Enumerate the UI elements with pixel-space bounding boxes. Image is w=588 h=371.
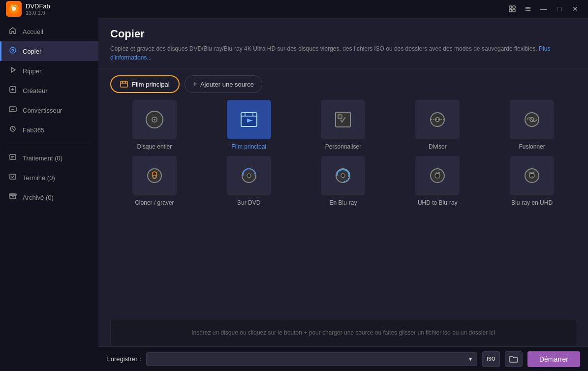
sidebar-label-createur: Créateur xyxy=(23,87,48,94)
sidebar-label-accueil: Accueil xyxy=(23,28,43,35)
titlebar-left: DVD DVDFab 13.0.1.9 xyxy=(6,1,50,17)
sidebar-item-accueil[interactable]: Accueil xyxy=(0,22,98,41)
svg-rect-6 xyxy=(513,9,515,12)
start-button[interactable]: Démarrer xyxy=(527,351,580,367)
svg-rect-26 xyxy=(121,81,127,87)
film-principal-button[interactable]: Film principal xyxy=(110,75,180,93)
mode-item-en-blu-ray[interactable]: En Blu-ray xyxy=(299,156,388,206)
content-area: Copier Copiez et gravez des disques DVD/… xyxy=(98,18,588,371)
sidebar-label-copier: Copier xyxy=(23,48,41,55)
sidebar-label-traitement: Traitement (0) xyxy=(23,155,62,162)
sidebar-item-archive[interactable]: Archivé (0) xyxy=(0,187,98,207)
svg-text:DVD: DVD xyxy=(11,5,17,8)
mode-item-disque-entier[interactable]: Disque entier xyxy=(110,100,199,150)
drop-zone: Insérez un disque ou cliquez sur le bout… xyxy=(110,319,576,346)
main-layout: Accueil Copier Ripper xyxy=(0,18,588,371)
sidebar-item-termine[interactable]: Terminé (0) xyxy=(0,168,98,187)
cloner-graver-icon-box xyxy=(132,156,177,195)
personnaliser-icon-box xyxy=(321,100,365,139)
home-icon xyxy=(8,27,18,36)
sidebar: Accueil Copier Ripper xyxy=(0,18,98,371)
film-principal-mode-label: Film principal xyxy=(231,143,266,150)
svg-text:UHD: UHD xyxy=(435,172,440,175)
svg-point-48 xyxy=(247,174,251,178)
mode-grid-row2: Cloner / graver Sur DVD xyxy=(110,156,576,212)
uhd-to-blu-ray-icon-box: UHD xyxy=(415,156,460,195)
mode-item-film-principal[interactable]: Film principal xyxy=(205,100,293,150)
fusionner-label: Fusionner xyxy=(519,143,545,150)
sidebar-item-ripper[interactable]: Ripper xyxy=(0,61,98,81)
add-source-button[interactable]: + Ajouter une source xyxy=(185,75,262,93)
disque-entier-label: Disque entier xyxy=(137,143,172,150)
drop-zone-text: Insérez un disque ou cliquez sur le bout… xyxy=(191,329,495,336)
mode-item-blu-ray-uhd[interactable]: UHD 4K Blu-ray en UHD xyxy=(488,156,576,206)
archive-icon xyxy=(8,192,18,202)
titlebar: DVD DVDFab 13.0.1.9 — □ ✕ xyxy=(0,0,588,18)
ripper-icon xyxy=(8,66,18,76)
sidebar-item-createur[interactable]: Créateur xyxy=(0,81,98,100)
folder-button[interactable] xyxy=(505,351,523,367)
app-name: DVDFab xyxy=(26,2,50,10)
mode-item-personnaliser[interactable]: Personnaliser xyxy=(299,100,388,150)
sidebar-label-termine: Terminé (0) xyxy=(23,174,55,182)
mode-item-diviser[interactable]: Diviser xyxy=(393,100,482,150)
mode-selector: Film principal + Ajouter une source xyxy=(98,68,588,100)
chevron-down-icon: ▾ xyxy=(469,356,472,363)
svg-rect-5 xyxy=(509,9,512,12)
diviser-label: Diviser xyxy=(429,143,447,150)
svg-point-32 xyxy=(154,119,155,121)
add-source-label: Ajouter une source xyxy=(200,81,254,88)
page-title: Copier xyxy=(110,28,576,40)
sidebar-item-traitement[interactable]: Traitement (0) xyxy=(0,148,98,168)
diviser-icon-box xyxy=(415,100,460,139)
close-button[interactable]: ✕ xyxy=(568,3,582,15)
page-description: Copiez et gravez des disques DVD/Blu-ray… xyxy=(110,44,576,62)
svg-text:4K: 4K xyxy=(531,176,533,178)
start-label: Démarrer xyxy=(539,355,568,363)
svg-point-11 xyxy=(12,49,14,51)
mode-grid-area: Disque entier Film principal xyxy=(98,100,588,319)
extensions-button[interactable] xyxy=(505,3,519,15)
sidebar-item-copier[interactable]: Copier xyxy=(0,41,98,61)
app-logo: DVD xyxy=(6,1,22,17)
sidebar-item-convertisseur[interactable]: Convertisseur xyxy=(0,100,98,120)
mode-item-fusionner[interactable]: Fusionner xyxy=(488,100,576,150)
termine-icon xyxy=(8,173,18,183)
sidebar-item-fab365[interactable]: Fab365 xyxy=(0,120,98,140)
personnaliser-label: Personnaliser xyxy=(325,143,361,150)
mode-item-uhd-to-blu-ray[interactable]: UHD UHD to Blu-ray xyxy=(393,156,482,206)
svg-rect-19 xyxy=(10,155,16,159)
sidebar-label-convertisseur: Convertisseur xyxy=(23,107,62,114)
fusionner-icon-box xyxy=(510,100,554,139)
iso-button[interactable]: ISO xyxy=(482,351,500,367)
film-principal-icon-box xyxy=(227,100,271,139)
maximize-button[interactable]: □ xyxy=(553,3,566,15)
titlebar-controls: — □ ✕ xyxy=(505,3,582,15)
blu-ray-uhd-icon-box: UHD 4K xyxy=(510,156,554,195)
app-version: 13.0.1.9 xyxy=(26,10,50,16)
mode-item-cloner-graver[interactable]: Cloner / graver xyxy=(110,156,199,206)
svg-rect-38 xyxy=(336,112,350,127)
svg-point-50 xyxy=(341,174,345,178)
save-dropdown[interactable]: ▾ xyxy=(146,352,477,366)
menu-button[interactable] xyxy=(521,3,535,15)
svg-rect-4 xyxy=(513,6,515,8)
sur-dvd-icon-box xyxy=(227,156,271,195)
bottom-bar: Enregistrer : ▾ ISO Démarrer xyxy=(98,346,588,371)
film-principal-label: Film principal xyxy=(132,81,170,88)
mode-grid-row1: Disque entier Film principal xyxy=(110,100,576,156)
fab365-icon xyxy=(8,125,18,135)
sidebar-label-ripper: Ripper xyxy=(23,67,41,75)
en-blu-ray-label: En Blu-ray xyxy=(329,199,357,206)
svg-rect-3 xyxy=(509,6,512,8)
content-header: Copier Copiez et gravez des disques DVD/… xyxy=(98,18,588,68)
mode-item-sur-dvd[interactable]: Sur DVD xyxy=(205,156,293,206)
svg-point-10 xyxy=(10,47,16,53)
sur-dvd-label: Sur DVD xyxy=(237,199,260,206)
active-indicator xyxy=(0,41,1,61)
en-blu-ray-icon-box xyxy=(321,156,365,195)
svg-rect-39 xyxy=(338,115,342,119)
svg-text:UHD: UHD xyxy=(529,172,535,175)
copy-icon xyxy=(8,46,18,56)
minimize-button[interactable]: — xyxy=(537,3,551,15)
